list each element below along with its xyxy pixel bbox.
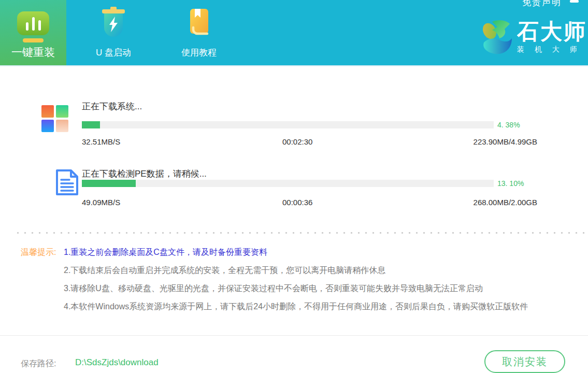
tip-item: 2.下载结束后会自动重启并完成系统的安装，全程无需干预，您可以离开电脑请稍作休息: [64, 265, 385, 276]
tip-item: 3.请移除U盘、移动硬盘、光驱里的光盘，并保证安装过程中不会断电，否则重装可能失…: [64, 283, 483, 294]
usb-shield-icon: [102, 7, 125, 39]
cancel-install-button[interactable]: 取消安装: [484, 350, 565, 373]
brand-subtitle: 装机大师: [517, 45, 587, 54]
tab-label: 一键重装: [11, 45, 55, 60]
download-speed: 32.51MB/S: [82, 137, 120, 146]
progress-bar-system: [82, 121, 494, 128]
tab-label: U 盘启动: [96, 47, 131, 59]
minimize-button[interactable]: [570, 0, 579, 3]
progress-fill: [82, 121, 100, 128]
brand-name: 石大师: [517, 19, 587, 45]
active-tab-underline: [23, 38, 44, 42]
tab-usb-boot[interactable]: U 盘启动: [80, 0, 147, 65]
save-path-label: 保存路径:: [21, 358, 56, 369]
download-size: 223.90MB/4.99GB: [474, 137, 537, 146]
document-icon: [52, 169, 81, 198]
windows-logo-icon: [41, 105, 68, 132]
dotted-separator: [17, 232, 588, 234]
progress-percent: 13. 10%: [497, 179, 524, 188]
brand-logo: 石大师 装机大师: [480, 19, 587, 57]
download-size: 268.00MB/2.00GB: [474, 198, 537, 207]
book-icon: [189, 8, 209, 39]
progress-bar-pe: [82, 180, 494, 187]
progress-percent: 4. 38%: [497, 121, 520, 129]
footer-divider: [0, 335, 588, 336]
progress-fill: [82, 180, 136, 187]
download-speed: 49.09MB/S: [82, 198, 120, 207]
disclaimer-link[interactable]: 免责声明: [522, 0, 562, 8]
tips-label: 温馨提示:: [21, 247, 56, 258]
tip-item: 4.本软件Windows系统资源均来源于网上，请下载后24小时删除，不得用于任何…: [64, 302, 528, 312]
header: 一键重装 U 盘启动: [0, 0, 588, 66]
download-time-remaining: 00:02:30: [282, 137, 312, 146]
tab-tutorial[interactable]: 使用教程: [166, 0, 232, 65]
save-path: D:\SdsZjds\download: [75, 357, 159, 368]
download-title-pe-data: 正在下载检测PE数据，请稍候...: [82, 168, 207, 180]
brand-logo-icon: [480, 19, 513, 57]
tip-item: 1.重装之前会删除桌面及C盘文件，请及时备份重要资料: [64, 247, 267, 258]
download-title-system: 正在下载系统...: [82, 101, 142, 112]
tab-label: 使用教程: [181, 47, 217, 59]
tab-one-key-reinstall[interactable]: 一键重装: [0, 0, 66, 65]
download-time-remaining: 00:00:36: [282, 198, 312, 207]
bar-chart-icon: [17, 11, 49, 35]
